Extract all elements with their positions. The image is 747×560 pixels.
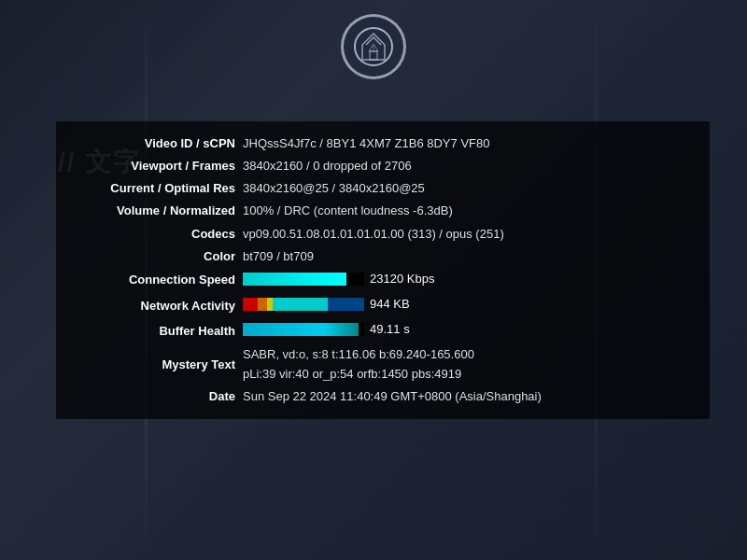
network-bar-visual: [243, 298, 364, 311]
label-color: Color: [71, 245, 239, 268]
value-network-activity: 944 KB: [239, 293, 695, 318]
network-seg-5: [328, 298, 364, 311]
network-seg-1: [243, 298, 258, 311]
value-color: bt709 / bt709: [239, 245, 695, 268]
speed-bar-container: 23120 Kbps: [243, 270, 434, 288]
speed-bar-visual: [243, 273, 364, 286]
stats-table: Video ID / sCPN JHQssS4Jf7c / 8BY1 4XM7 …: [71, 133, 695, 408]
label-video-id: Video ID / sCPN: [71, 133, 239, 155]
table-row: Codecs vp09.00.51.08.01.01.01.01.00 (313…: [71, 223, 695, 245]
table-row: Buffer Health 49.11 s: [71, 318, 695, 343]
table-row: Viewport / Frames 3840x2160 / 0 dropped …: [71, 155, 695, 177]
network-bar-container: 944 KB: [243, 295, 410, 314]
stats-box: Video ID / sCPN JHQssS4Jf7c / 8BY1 4XM7 …: [56, 121, 710, 419]
network-seg-4: [273, 298, 328, 311]
value-codecs: vp09.00.51.08.01.01.01.01.00 (313) / opu…: [239, 223, 695, 245]
label-mystery-text: Mystery Text: [71, 343, 239, 385]
table-row: Connection Speed 23120 Kbps: [71, 268, 695, 293]
mystery-line-1: SABR, vd:o, s:8 t:116.06 b:69.240-165.60…: [243, 347, 474, 361]
label-date: Date: [71, 385, 239, 408]
label-connection-speed: Connection Speed: [71, 268, 239, 293]
background: // 文字 Video ID / sCPN JHQssS4Jf7c / 8BY1…: [0, 0, 747, 560]
svg-point-5: [373, 49, 374, 50]
logo-container: [341, 14, 406, 79]
buffer-bar-container: 49.11 s: [243, 320, 410, 339]
value-connection-speed: 23120 Kbps: [239, 268, 695, 293]
value-viewport: 3840x2160 / 0 dropped of 2706: [239, 155, 695, 177]
table-row: Network Activity: [71, 293, 695, 318]
value-volume: 100% / DRC (content loudness -6.3dB): [239, 200, 695, 222]
table-row: Video ID / sCPN JHQssS4Jf7c / 8BY1 4XM7 …: [71, 133, 695, 155]
value-video-id: JHQssS4Jf7c / 8BY1 4XM7 Z1B6 8DY7 VF80: [239, 133, 695, 155]
table-row: Volume / Normalized 100% / DRC (content …: [71, 200, 695, 222]
value-mystery-text: SABR, vd:o, s:8 t:116.06 b:69.240-165.60…: [239, 343, 695, 385]
table-row: Color bt709 / bt709: [71, 245, 695, 268]
label-buffer-health: Buffer Health: [71, 318, 239, 343]
value-date: Sun Sep 22 2024 11:40:49 GMT+0800 (Asia/…: [239, 385, 695, 408]
speed-bar-fill: [243, 273, 346, 286]
network-bar-value: 944 KB: [370, 295, 410, 314]
value-resolution: 3840x2160@25 / 3840x2160@25: [239, 177, 695, 200]
mystery-line-2: pLi:39 vir:40 or_p:54 orfb:1450 pbs:4919: [243, 367, 461, 381]
network-seg-2: [258, 298, 267, 311]
value-buffer-health: 49.11 s: [239, 318, 695, 343]
buffer-bar-value: 49.11 s: [370, 320, 410, 339]
svg-rect-2: [370, 51, 377, 60]
table-row: Current / Optimal Res 3840x2160@25 / 384…: [71, 177, 695, 200]
logo-icon: [353, 26, 394, 67]
label-viewport: Viewport / Frames: [71, 155, 239, 177]
buffer-bar-fill: [243, 323, 359, 336]
table-row: Mystery Text SABR, vd:o, s:8 t:116.06 b:…: [71, 343, 695, 385]
network-bar-fill: [243, 298, 364, 311]
label-network-activity: Network Activity: [71, 293, 239, 318]
speed-bar-value: 23120 Kbps: [370, 270, 434, 288]
buffer-bar-visual: [243, 323, 364, 336]
label-volume: Volume / Normalized: [71, 200, 239, 222]
label-codecs: Codecs: [71, 223, 239, 245]
logo-circle: [341, 14, 406, 79]
table-row: Date Sun Sep 22 2024 11:40:49 GMT+0800 (…: [71, 385, 695, 408]
label-resolution: Current / Optimal Res: [71, 177, 239, 200]
